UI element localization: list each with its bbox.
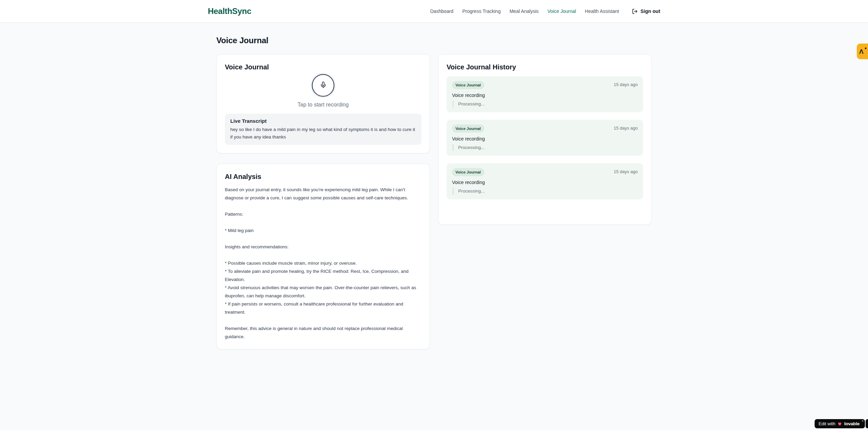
history-card-title: Voice Journal History <box>447 63 643 71</box>
entry-type-badge: Voice Journal <box>452 81 484 89</box>
sign-out-button[interactable]: Sign out <box>632 9 660 14</box>
sign-out-label: Sign out <box>640 9 660 14</box>
nav-meal-analysis[interactable]: Meal Analysis <box>510 9 539 14</box>
history-entry: Voice Journal 15 days ago Voice recordin… <box>447 120 643 156</box>
record-button[interactable] <box>312 74 334 97</box>
amber-logo-tick <box>865 48 866 49</box>
amber-logo-icon: Λ <box>859 48 864 55</box>
top-nav-bar: HealthSync Dashboard Progress Tracking M… <box>0 0 868 23</box>
history-entry: Voice Journal 15 days ago Voice recordin… <box>447 163 643 199</box>
entry-label: Voice recording <box>452 179 638 186</box>
history-card: Voice Journal History Voice Journal 15 d… <box>438 54 652 225</box>
nav-dashboard[interactable]: Dashboard <box>430 9 454 14</box>
page-title: Voice Journal <box>216 35 652 46</box>
lovable-badge-prefix: Edit with <box>819 421 835 426</box>
nav-progress-tracking[interactable]: Progress Tracking <box>462 9 501 14</box>
close-icon[interactable]: × <box>862 419 864 423</box>
entry-timestamp: 15 days ago <box>614 125 638 131</box>
entry-status: Processing... <box>453 188 638 195</box>
entry-status: Processing... <box>453 101 638 108</box>
mic-icon <box>320 81 327 89</box>
ai-analysis-title: AI Analysis <box>225 172 421 181</box>
record-caption: Tap to start recording <box>225 101 421 109</box>
main-content: Voice Journal Voice Journal <box>216 23 652 349</box>
log-out-icon <box>632 9 638 14</box>
edge-panel-button[interactable]: Λ <box>857 44 868 59</box>
live-transcript-label: Live Transcript <box>230 118 416 125</box>
entry-timestamp: 15 days ago <box>614 169 638 175</box>
right-column: Voice Journal History Voice Journal 15 d… <box>438 54 652 225</box>
entry-label: Voice recording <box>452 135 638 142</box>
voice-recorder-card: Voice Journal Tap to start recording <box>216 54 430 153</box>
lovable-badge-brand: lovable <box>844 421 859 426</box>
entry-type-badge: Voice Journal <box>452 125 484 133</box>
recorder-card-title: Voice Journal <box>225 63 421 71</box>
lovable-badge[interactable]: Edit with lovable × <box>815 419 865 428</box>
entry-timestamp: 15 days ago <box>614 82 638 88</box>
nav-voice-journal[interactable]: Voice Journal <box>548 9 576 14</box>
live-transcript-text: hey so like I do have a mild pain in my … <box>230 126 416 141</box>
entry-status: Processing... <box>453 144 638 151</box>
history-entries-list: Voice Journal 15 days ago Voice recordin… <box>447 76 643 199</box>
live-transcript-box: Live Transcript hey so like I do have a … <box>225 114 421 145</box>
left-column: Voice Journal Tap to start recording <box>216 54 430 349</box>
brand-logo[interactable]: HealthSync <box>208 6 251 16</box>
entry-type-badge: Voice Journal <box>452 168 484 176</box>
ai-analysis-body: Based on your journal entry, it sounds l… <box>225 186 421 341</box>
history-entry: Voice Journal 15 days ago Voice recordin… <box>447 76 643 112</box>
heart-icon <box>837 421 842 426</box>
main-nav: Dashboard Progress Tracking Meal Analysi… <box>430 9 660 14</box>
entry-label: Voice recording <box>452 92 638 99</box>
edge-button-partial[interactable] <box>866 419 868 428</box>
ai-analysis-card: AI Analysis Based on your journal entry,… <box>216 164 430 349</box>
nav-health-assistant[interactable]: Health Assistant <box>585 9 619 14</box>
